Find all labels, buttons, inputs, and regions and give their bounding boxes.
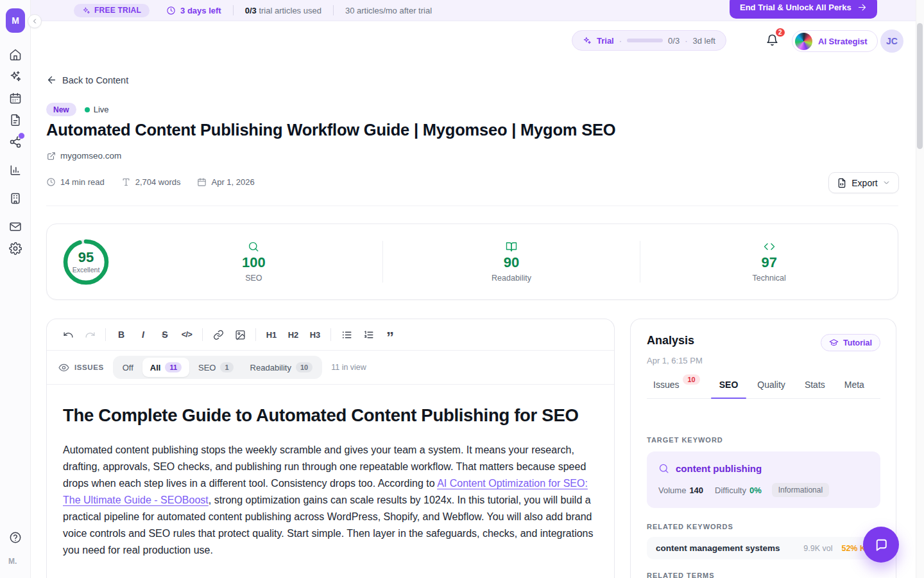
sidebar-item-documents[interactable] <box>4 114 26 127</box>
issues-in-view-count: 11 in view <box>331 363 366 372</box>
back-to-content-link[interactable]: Back to Content <box>46 74 128 85</box>
tab-quality[interactable]: Quality <box>748 380 795 398</box>
tab-meta[interactable]: Meta <box>835 380 874 398</box>
page-title: Automated Content Publishing Workflow Gu… <box>46 121 615 139</box>
arrow-left-icon <box>46 74 57 85</box>
heading3-button[interactable]: H3 <box>304 325 326 344</box>
sidebar-item-share[interactable] <box>4 136 26 148</box>
bullet-list-button[interactable] <box>336 325 357 344</box>
issues-label: ISSUES <box>58 362 104 373</box>
analysis-panel: Analysis Tutorial Apr 1, 6:15 PM Issues … <box>630 319 896 578</box>
tab-stats[interactable]: Stats <box>795 380 835 398</box>
article-heading: The Complete Guide to Automated Content … <box>63 405 598 426</box>
toolbar-divider <box>255 328 256 341</box>
overall-score-ring: 95 Excellent <box>62 238 110 286</box>
filter-all[interactable]: All 11 <box>142 358 189 377</box>
target-keyword-value: content publishing <box>676 463 762 474</box>
export-button[interactable]: Export <box>828 172 899 193</box>
arrow-right-icon <box>857 3 867 12</box>
filter-seo[interactable]: SEO 1 <box>191 358 241 377</box>
related-keyword-volume: 9.9K vol <box>803 544 832 553</box>
sidebar-item-mail[interactable] <box>4 220 26 233</box>
redo-icon <box>85 329 96 340</box>
filter-off[interactable]: Off <box>115 358 141 377</box>
article-body[interactable]: The Complete Guide to Automated Content … <box>47 385 614 559</box>
dot-separator <box>685 35 687 46</box>
undo-button[interactable] <box>57 325 79 344</box>
app-logo[interactable]: M <box>6 8 25 33</box>
difficulty-value: 0% <box>749 486 762 495</box>
clock-icon <box>46 177 56 187</box>
sidebar-collapse-button[interactable] <box>28 14 42 28</box>
issues-filter-segmented-control: Off All 11 SEO 1 Readability 10 <box>113 356 323 379</box>
ai-strategist-button[interactable]: AI Strategist <box>792 30 878 52</box>
sidebar-item-calendar[interactable] <box>4 92 26 105</box>
filter-all-count: 11 <box>165 362 182 372</box>
trial-progress-bar <box>627 39 663 42</box>
image-icon <box>235 329 246 340</box>
filter-readability[interactable]: Readability 10 <box>243 358 321 377</box>
article-meta: 14 min read 2,704 words Apr 1, 2026 <box>46 177 255 187</box>
user-avatar[interactable]: JC <box>880 30 903 53</box>
trial-status-pill[interactable]: Trial 0/3 3d left <box>572 30 726 51</box>
heading1-button[interactable]: H1 <box>261 325 282 344</box>
issues-filter-bar: ISSUES Off All 11 SEO 1 Readability 10 <box>47 351 614 385</box>
overall-score-value: 95 <box>78 250 94 265</box>
filter-seo-count: 1 <box>220 362 233 372</box>
chat-bubble-icon <box>873 537 889 553</box>
scrollbar-track <box>916 0 924 578</box>
bold-button[interactable]: B <box>110 325 132 344</box>
numbered-list-button[interactable] <box>357 325 379 344</box>
read-time: 14 min read <box>46 177 105 187</box>
volume-value: 140 <box>689 486 703 495</box>
redo-button[interactable] <box>79 325 101 344</box>
strikethrough-button[interactable]: S <box>154 325 176 344</box>
related-keyword-row[interactable]: content management systems 9.9K vol 52% … <box>647 537 880 559</box>
filter-readability-count: 10 <box>296 362 312 372</box>
mail-icon <box>9 220 22 233</box>
domain-link[interactable]: mygomseo.com <box>47 151 121 161</box>
inline-code-button[interactable]: </> <box>176 325 198 344</box>
live-status: Live <box>85 105 109 114</box>
type-icon <box>121 177 131 187</box>
tab-issues[interactable]: Issues 10 <box>647 380 710 398</box>
content-editor: B I S </> H1 H2 H3 ” <box>46 319 615 578</box>
file-export-icon <box>837 178 847 188</box>
difficulty-label: Difficulty <box>715 486 746 495</box>
italic-button[interactable]: I <box>132 325 154 344</box>
trial-remaining: 3d left <box>693 36 715 46</box>
sidebar-item-settings[interactable] <box>4 242 26 255</box>
search-icon <box>658 463 669 474</box>
sidebar-item-ai[interactable] <box>4 70 26 83</box>
sidebar-item-help[interactable] <box>9 531 22 544</box>
target-keyword-card[interactable]: content publishing Volume 140 Difficulty… <box>647 451 880 508</box>
after-trial-note: 30 articles/mo after trial <box>345 6 432 15</box>
dot-separator <box>619 35 622 46</box>
heading2-button[interactable]: H2 <box>282 325 304 344</box>
scrollbar-thumb[interactable] <box>917 23 923 149</box>
app-root: M <box>0 0 924 578</box>
notification-count-badge: 2 <box>774 27 786 38</box>
code-icon <box>764 241 775 252</box>
chat-fab-button[interactable] <box>863 527 899 563</box>
articles-used: 0/3 trial articles used <box>245 6 321 15</box>
sidebar-item-home[interactable] <box>4 48 26 61</box>
toolbar-divider <box>105 328 106 341</box>
trial-label: Trial <box>597 36 614 46</box>
tab-seo[interactable]: SEO <box>710 380 748 398</box>
chevron-left-icon <box>31 17 38 25</box>
technical-score: 97 Technical <box>640 241 898 282</box>
blockquote-button[interactable]: ” <box>379 325 401 344</box>
analysis-timestamp: Apr 1, 6:15 PM <box>647 356 880 365</box>
end-trial-button[interactable]: End Trial & Unlock All Perks <box>730 0 877 19</box>
divider <box>333 5 334 15</box>
trial-count: 0/3 <box>668 36 680 46</box>
help-icon <box>9 531 22 544</box>
image-button[interactable] <box>229 325 251 344</box>
building-icon <box>9 192 22 205</box>
tutorial-button[interactable]: Tutorial <box>821 334 880 351</box>
sidebar-item-analytics[interactable] <box>4 164 26 177</box>
link-button[interactable] <box>207 325 229 344</box>
sidebar-item-business[interactable] <box>4 192 26 205</box>
calendar-icon <box>197 177 207 187</box>
